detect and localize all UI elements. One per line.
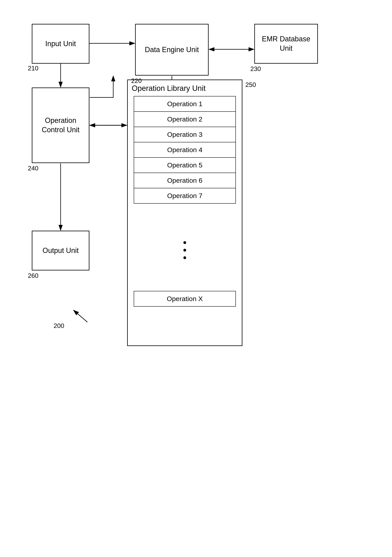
- emr-database-unit-label: EMR DatabaseUnit: [262, 34, 310, 53]
- output-unit-label: Output Unit: [42, 246, 79, 255]
- input-unit-label: Input Unit: [45, 39, 76, 49]
- diagram-container: Input Unit Data Engine Unit EMR Database…: [16, 12, 374, 529]
- ref-210: 210: [28, 65, 38, 72]
- svg-line-9: [73, 310, 88, 322]
- operation-2: Operation 2: [134, 112, 235, 127]
- operation-x-box: Operation X: [134, 291, 236, 307]
- ref-240: 240: [28, 165, 38, 172]
- operation-library-label: Operation Library Unit: [132, 84, 206, 93]
- ref-250: 250: [245, 81, 256, 89]
- operation-library-unit-box: Operation Library Unit Operation 1 Opera…: [127, 80, 242, 346]
- dot-3: [183, 256, 186, 259]
- operation-4: Operation 4: [134, 142, 235, 158]
- dot-2: [183, 249, 186, 252]
- operations-list: Operation 1 Operation 2 Operation 3 Oper…: [134, 96, 236, 204]
- ref-220: 220: [131, 77, 142, 84]
- ellipsis-dots: [128, 241, 242, 259]
- input-unit-box: Input Unit: [32, 24, 89, 64]
- dot-1: [183, 241, 186, 244]
- operation-6: Operation 6: [134, 173, 235, 188]
- operation-1: Operation 1: [134, 97, 235, 112]
- ref-260: 260: [28, 272, 38, 279]
- data-engine-unit-box: Data Engine Unit: [135, 24, 209, 75]
- ref-230: 230: [250, 65, 261, 73]
- figure-label: 200: [54, 322, 64, 329]
- output-unit-box: Output Unit: [32, 231, 89, 270]
- emr-database-unit-box: EMR DatabaseUnit: [254, 24, 318, 64]
- data-engine-unit-label: Data Engine Unit: [145, 45, 199, 55]
- operation-3: Operation 3: [134, 127, 235, 142]
- operation-5: Operation 5: [134, 158, 235, 173]
- operation-control-unit-label: Operation Control Unit: [32, 116, 89, 135]
- operation-control-unit-box: Operation Control Unit: [32, 88, 89, 163]
- operation-7: Operation 7: [134, 188, 235, 203]
